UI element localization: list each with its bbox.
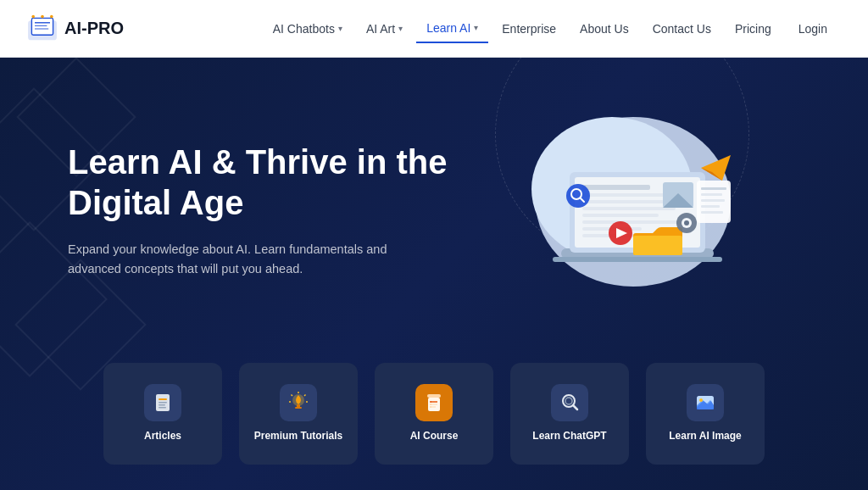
svg-rect-19 bbox=[582, 220, 680, 224]
svg-rect-38 bbox=[701, 199, 725, 202]
hero-svg bbox=[502, 104, 756, 316]
hero-content: Learn AI & Thrive in the Digital Age Exp… bbox=[0, 58, 868, 363]
svg-point-6 bbox=[41, 14, 44, 18]
header: AI-PRO AI Chatbots ▾ AI Art ▾ Learn AI ▾… bbox=[0, 0, 868, 58]
cards-section: Articles Premium Tutorials bbox=[0, 363, 868, 490]
svg-rect-43 bbox=[159, 402, 167, 404]
nav-item-ai-chatbots[interactable]: AI Chatbots ▾ bbox=[263, 15, 353, 42]
nav-label-learn-ai: Learn AI bbox=[426, 21, 470, 35]
logo-icon bbox=[27, 14, 58, 44]
card-articles[interactable]: Articles bbox=[103, 363, 222, 465]
svg-line-50 bbox=[304, 395, 306, 397]
nav-item-contact-us[interactable]: Contact Us bbox=[643, 15, 721, 42]
svg-rect-11 bbox=[553, 257, 722, 262]
nav-item-pricing[interactable]: Pricing bbox=[725, 15, 782, 42]
card-label-premium-tutorials: Premium Tutorials bbox=[254, 430, 342, 443]
ai-course-icon bbox=[415, 384, 453, 421]
logo-label: AI-PRO bbox=[64, 19, 124, 38]
card-learn-chatgpt[interactable]: Learn ChatGPT bbox=[510, 363, 629, 465]
svg-line-52 bbox=[292, 395, 293, 397]
nav-item-about-us[interactable]: About Us bbox=[570, 15, 639, 42]
nav-label-enterprise: Enterprise bbox=[502, 22, 556, 36]
svg-rect-42 bbox=[159, 398, 167, 400]
svg-rect-54 bbox=[427, 394, 441, 398]
svg-rect-27 bbox=[633, 236, 682, 255]
card-label-learn-ai-image: Learn AI Image bbox=[669, 430, 742, 443]
svg-rect-16 bbox=[582, 200, 667, 203]
svg-rect-17 bbox=[582, 207, 676, 210]
card-premium-tutorials[interactable]: Premium Tutorials bbox=[239, 363, 358, 465]
nav-label-about-us: About Us bbox=[580, 22, 629, 36]
svg-line-64 bbox=[573, 405, 577, 409]
nav-label-ai-art: AI Art bbox=[366, 22, 395, 36]
chevron-down-icon: ▾ bbox=[398, 24, 403, 33]
card-label-ai-course: AI Course bbox=[410, 430, 459, 443]
hero-subtitle: Expand your knowledge about AI. Learn fu… bbox=[68, 240, 407, 279]
logo[interactable]: AI-PRO bbox=[27, 14, 124, 44]
learn-ai-image-icon bbox=[687, 384, 724, 421]
nav-label-ai-chatbots: AI Chatbots bbox=[273, 22, 335, 36]
card-learn-ai-image[interactable]: Learn AI Image bbox=[646, 363, 765, 465]
nav-item-ai-art[interactable]: AI Art ▾ bbox=[356, 15, 413, 42]
svg-point-24 bbox=[566, 184, 590, 208]
learn-chatgpt-icon bbox=[551, 384, 588, 421]
svg-point-63 bbox=[565, 398, 572, 404]
svg-rect-37 bbox=[701, 193, 722, 196]
nav-item-login[interactable]: Login bbox=[785, 15, 841, 42]
card-ai-course[interactable]: AI Course bbox=[375, 363, 493, 465]
svg-point-67 bbox=[699, 398, 703, 402]
hero-illustration bbox=[458, 104, 800, 316]
svg-point-60 bbox=[430, 404, 431, 405]
svg-rect-39 bbox=[701, 205, 720, 208]
nav-label-contact-us: Contact Us bbox=[653, 22, 711, 36]
articles-icon bbox=[144, 384, 181, 421]
svg-point-59 bbox=[430, 401, 431, 403]
svg-rect-48 bbox=[295, 407, 302, 409]
svg-rect-45 bbox=[159, 407, 166, 409]
hero-text: Learn AI & Thrive in the Digital Age Exp… bbox=[68, 142, 458, 279]
nav-item-learn-ai[interactable]: Learn AI ▾ bbox=[416, 14, 488, 43]
nav-label-login: Login bbox=[798, 22, 827, 36]
svg-point-7 bbox=[50, 14, 53, 18]
svg-point-5 bbox=[31, 14, 35, 18]
hero-section: Learn AI & Thrive in the Digital Age Exp… bbox=[0, 58, 868, 490]
svg-rect-40 bbox=[701, 211, 723, 214]
svg-rect-14 bbox=[582, 185, 650, 190]
svg-rect-36 bbox=[701, 187, 726, 190]
svg-rect-47 bbox=[297, 404, 300, 407]
svg-point-61 bbox=[430, 406, 431, 408]
chevron-down-icon: ▾ bbox=[338, 24, 342, 33]
svg-rect-18 bbox=[582, 214, 659, 217]
svg-rect-44 bbox=[159, 404, 165, 406]
svg-point-32 bbox=[684, 220, 689, 226]
main-nav: AI Chatbots ▾ AI Art ▾ Learn AI ▾ Enterp… bbox=[263, 14, 841, 43]
chevron-down-icon: ▾ bbox=[474, 23, 478, 32]
nav-label-pricing: Pricing bbox=[735, 22, 771, 36]
nav-item-enterprise[interactable]: Enterprise bbox=[492, 15, 566, 42]
card-label-learn-chatgpt: Learn ChatGPT bbox=[532, 430, 606, 443]
premium-tutorials-icon bbox=[280, 384, 317, 421]
card-label-articles: Articles bbox=[144, 430, 181, 443]
hero-title: Learn AI & Thrive in the Digital Age bbox=[68, 142, 458, 223]
svg-rect-1 bbox=[31, 18, 53, 35]
